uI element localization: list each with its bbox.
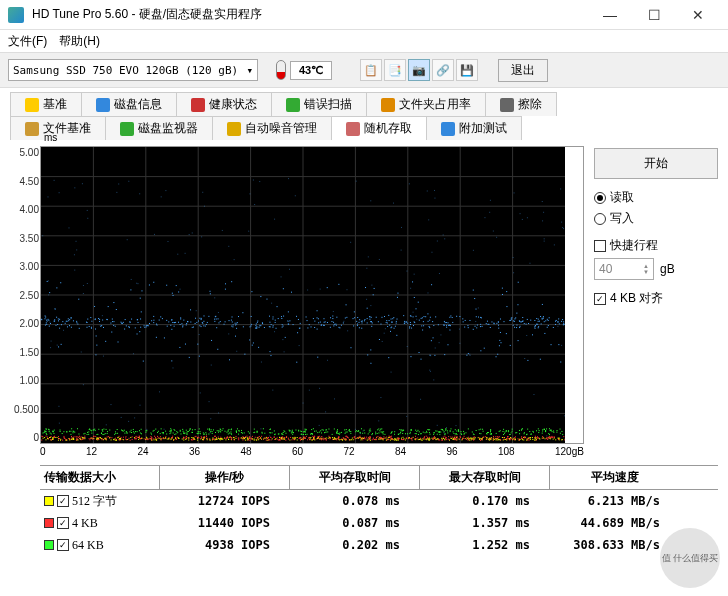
copy-all-icon[interactable]: 📑 — [384, 59, 406, 81]
chart-area: ms 5.004.504.003.503.002.502.001.501.000… — [10, 146, 584, 459]
chevron-down-icon: ▾ — [246, 64, 253, 77]
header-avg: 平均存取时间 — [290, 466, 420, 489]
drive-select[interactable]: Samsung SSD 750 EVO 120GB (120 gB) ▾ — [8, 59, 258, 81]
tab-健康状态[interactable]: 健康状态 — [176, 92, 272, 116]
tab-文件基准[interactable]: 文件基准 — [10, 116, 106, 140]
tab-磁盘信息[interactable]: 磁盘信息 — [81, 92, 177, 116]
tab-label: 擦除 — [518, 96, 542, 113]
table-row: 4 KB11440 IOPS0.087 ms1.357 ms44.689 MB/… — [40, 512, 718, 534]
tab-擦除[interactable]: 擦除 — [485, 92, 557, 116]
checkbox-express[interactable]: 快捷行程 — [594, 237, 718, 254]
table-row: 512 字节12724 IOPS0.078 ms0.170 ms6.213 MB… — [40, 490, 718, 512]
menubar: 文件(F) 帮助(H) — [0, 30, 728, 52]
app-icon — [8, 7, 24, 23]
express-spinner: 40 ▲▼ gB — [594, 258, 718, 280]
results-header: 传输数据大小 操作/秒 平均存取时间 最大存取时间 平均速度 — [40, 466, 718, 490]
header-speed: 平均速度 — [550, 466, 680, 489]
menu-file[interactable]: 文件(F) — [8, 33, 47, 50]
color-swatch — [44, 540, 54, 550]
maximize-button[interactable]: ☐ — [632, 0, 676, 30]
side-panel: 开始 读取 写入 快捷行程 40 ▲▼ gB 4 KB 对齐 — [594, 146, 718, 459]
save-icon[interactable]: 💾 — [456, 59, 478, 81]
thermometer-icon — [276, 60, 286, 80]
menu-help[interactable]: 帮助(H) — [59, 33, 100, 50]
tab-row-2: 文件基准磁盘监视器自动噪音管理随机存取附加测试 — [10, 116, 718, 140]
toolbar-icons: 📋 📑 📷 🔗 💾 — [360, 59, 478, 81]
tab-icon — [25, 98, 39, 112]
titlebar: HD Tune Pro 5.60 - 硬盘/固态硬盘实用程序 — ☐ ✕ — [0, 0, 728, 30]
tab-文件夹占用率[interactable]: 文件夹占用率 — [366, 92, 486, 116]
watermark: 值 什么值得买 — [660, 528, 720, 588]
copy-icon[interactable]: 📋 — [360, 59, 382, 81]
tab-label: 附加测试 — [459, 120, 507, 137]
temperature-value: 43℃ — [290, 61, 332, 80]
results-table: 传输数据大小 操作/秒 平均存取时间 最大存取时间 平均速度 512 字节127… — [40, 465, 718, 556]
tab-icon — [96, 98, 110, 112]
minimize-button[interactable]: — — [588, 0, 632, 30]
y-axis: 5.004.504.003.503.002.502.001.501.000.50… — [11, 147, 39, 443]
temperature-indicator: 43℃ — [276, 60, 332, 80]
window-controls: — ☐ ✕ — [588, 0, 720, 30]
mode-radio-group: 读取 写入 — [594, 189, 718, 227]
tab-label: 随机存取 — [364, 120, 412, 137]
row-checkbox[interactable] — [57, 539, 69, 551]
tab-icon — [381, 98, 395, 112]
tab-icon — [441, 122, 455, 136]
checkbox-icon — [594, 240, 606, 252]
toolbar: Samsung SSD 750 EVO 120GB (120 gB) ▾ 43℃… — [0, 52, 728, 88]
tab-row-1: 基准磁盘信息健康状态错误扫描文件夹占用率擦除 — [10, 92, 718, 116]
checkbox-icon — [594, 293, 606, 305]
tab-label: 文件夹占用率 — [399, 96, 471, 113]
table-row: 64 KB4938 IOPS0.202 ms1.252 ms308.633 MB… — [40, 534, 718, 556]
tab-基准[interactable]: 基准 — [10, 92, 82, 116]
tab-自动噪音管理[interactable]: 自动噪音管理 — [212, 116, 332, 140]
link-icon[interactable]: 🔗 — [432, 59, 454, 81]
tab-错误扫描[interactable]: 错误扫描 — [271, 92, 367, 116]
header-size: 传输数据大小 — [40, 466, 160, 489]
screenshot-icon[interactable]: 📷 — [408, 59, 430, 81]
express-group: 快捷行程 40 ▲▼ gB — [594, 237, 718, 280]
chart-box: 5.004.504.003.503.002.502.001.501.000.50… — [40, 146, 584, 444]
radio-read[interactable]: 读取 — [594, 189, 718, 206]
tab-icon — [25, 122, 39, 136]
radio-icon — [594, 192, 606, 204]
express-unit: gB — [660, 262, 675, 276]
tab-icon — [120, 122, 134, 136]
tab-label: 基准 — [43, 96, 67, 113]
tab-icon — [286, 98, 300, 112]
tab-icon — [191, 98, 205, 112]
tab-附加测试[interactable]: 附加测试 — [426, 116, 522, 140]
results-body: 512 字节12724 IOPS0.078 ms0.170 ms6.213 MB… — [40, 490, 718, 556]
window-title: HD Tune Pro 5.60 - 硬盘/固态硬盘实用程序 — [32, 6, 588, 23]
color-swatch — [44, 496, 54, 506]
spinner-arrows-icon: ▲▼ — [643, 263, 649, 275]
x-axis: 01224364860728496108120gB — [40, 444, 584, 459]
tab-随机存取[interactable]: 随机存取 — [331, 116, 427, 140]
row-checkbox[interactable] — [57, 517, 69, 529]
start-button[interactable]: 开始 — [594, 148, 718, 179]
scatter-chart — [41, 147, 565, 443]
header-max: 最大存取时间 — [420, 466, 550, 489]
exit-button[interactable]: 退出 — [498, 59, 548, 82]
row-checkbox[interactable] — [57, 495, 69, 507]
tab-label: 错误扫描 — [304, 96, 352, 113]
tab-icon — [346, 122, 360, 136]
tab-label: 健康状态 — [209, 96, 257, 113]
tab-磁盘监视器[interactable]: 磁盘监视器 — [105, 116, 213, 140]
tab-label: 磁盘信息 — [114, 96, 162, 113]
close-button[interactable]: ✕ — [676, 0, 720, 30]
radio-write[interactable]: 写入 — [594, 210, 718, 227]
tab-label: 磁盘监视器 — [138, 120, 198, 137]
y-axis-unit: ms — [44, 132, 57, 143]
tabs-area: 基准磁盘信息健康状态错误扫描文件夹占用率擦除 文件基准磁盘监视器自动噪音管理随机… — [0, 88, 728, 140]
header-ops: 操作/秒 — [160, 466, 290, 489]
color-swatch — [44, 518, 54, 528]
tab-label: 自动噪音管理 — [245, 120, 317, 137]
radio-icon — [594, 213, 606, 225]
chart-wrap: ms 5.004.504.003.503.002.502.001.501.000… — [40, 146, 584, 444]
express-value-input[interactable]: 40 ▲▼ — [594, 258, 654, 280]
tab-icon — [500, 98, 514, 112]
drive-select-value: Samsung SSD 750 EVO 120GB (120 gB) — [13, 64, 238, 77]
tab-icon — [227, 122, 241, 136]
checkbox-4kb-align[interactable]: 4 KB 对齐 — [594, 290, 718, 307]
